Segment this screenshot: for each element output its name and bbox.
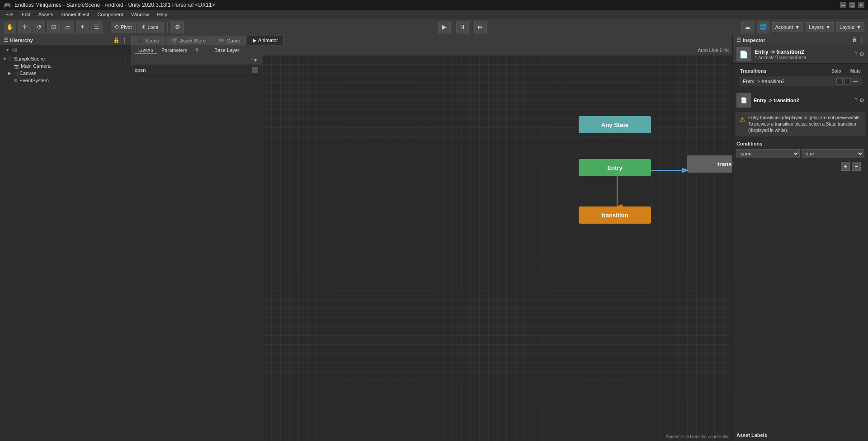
arrow-entry-transition2 xyxy=(651,164,692,177)
transition-remove[interactable]: — xyxy=(853,78,858,84)
hand-tool[interactable]: ✋ xyxy=(4,21,16,33)
eye-icon[interactable]: 👁 xyxy=(194,47,200,53)
tab-asset-store[interactable]: 🛒 Asset Store xyxy=(166,36,212,45)
step-button[interactable]: ⏭ xyxy=(474,21,487,33)
window-title: Endless Minigames - SampleScene - Androi… xyxy=(14,2,215,8)
asset-labels-section: Asset Labels xyxy=(733,429,868,441)
window-controls: — ☐ ✕ xyxy=(840,2,864,8)
node-transition[interactable]: transition xyxy=(579,206,651,224)
animator-toolbar: Layers Parameters 👁 Base Layer Auto Live… xyxy=(131,45,732,55)
entry-help-icon[interactable]: ? xyxy=(854,51,858,57)
menu-assets[interactable]: Assets xyxy=(35,11,57,18)
param-header: +▼ xyxy=(131,55,262,65)
menu-help[interactable]: Help xyxy=(153,11,171,18)
hierarchy-eventsystem[interactable]: ⚙ EventSystem xyxy=(0,77,131,84)
node-entry[interactable]: Entry xyxy=(579,159,651,176)
hierarchy-search: +▼ xyxy=(0,45,131,55)
collab-button[interactable]: ☁ xyxy=(741,21,754,33)
entry-file-icon: 📄 xyxy=(736,47,751,61)
condition-value-dropdown[interactable]: true false xyxy=(802,149,865,158)
warning-box: ⚠ Entry transitions (displayed in grey) … xyxy=(736,112,865,136)
inspector-header: ☰ Inspector 🔓 ⋮ xyxy=(733,35,868,45)
menu-edit[interactable]: Edit xyxy=(18,11,34,18)
entry-gear-icon[interactable]: ⚙ xyxy=(859,51,864,57)
node-anystate[interactable]: Any State xyxy=(579,116,651,133)
close-button[interactable]: ✕ xyxy=(858,2,864,8)
minimize-button[interactable]: — xyxy=(840,2,846,8)
hierarchy-panel: ☰ Hierarchy 🔓 ⋮ +▼ ▼ ⬚ SampleScene ⋮ 📷 M… xyxy=(0,35,131,441)
param-open[interactable]: open xyxy=(131,65,262,75)
local-button[interactable]: ⊕ Local xyxy=(137,22,163,33)
tabs-row: ⬛ Scene 🛒 Asset Store 🎮 Game ▶ Animator xyxy=(131,35,732,45)
filepath: Animations/Transition.controller xyxy=(665,434,729,439)
condition-add-button[interactable]: + xyxy=(841,162,850,171)
middle-area: ⬛ Scene 🛒 Asset Store 🎮 Game ▶ Animator … xyxy=(131,35,732,441)
transition-solo-box[interactable] xyxy=(836,78,843,84)
node-transition2[interactable]: transition2 xyxy=(687,155,732,173)
account-dropdown[interactable]: Account ▼ xyxy=(772,22,803,32)
help-icon[interactable]: ? xyxy=(854,97,858,103)
menu-file[interactable]: File xyxy=(2,11,17,18)
transition-item-row[interactable]: Entry -> transition2 — xyxy=(739,76,862,86)
hierarchy-main-camera[interactable]: 📷 Main Camera xyxy=(0,62,131,70)
inspector-panel: ☰ Inspector 🔓 ⋮ 📄 Entry -> transition2 1… xyxy=(732,35,868,441)
separator1 xyxy=(107,22,107,33)
animator-tab-params[interactable]: Parameters xyxy=(158,47,191,54)
rotate-tool[interactable]: ↺ xyxy=(33,21,45,33)
hierarchy-canvas[interactable]: ▶ ⬚ Canvas xyxy=(0,70,131,77)
titlebar: 🎮 Endless Minigames - SampleScene - Andr… xyxy=(0,0,868,10)
conditions-section: Conditions open true false + − xyxy=(733,138,868,175)
inspector-entry-header: 📄 Entry -> transition2 1 AnimatorTransit… xyxy=(733,45,868,64)
maximize-button[interactable]: ☐ xyxy=(849,2,855,8)
hierarchy-search-input[interactable] xyxy=(12,47,128,53)
auto-live-link[interactable]: Auto Live Link xyxy=(698,47,729,53)
move-tool[interactable]: ✛ xyxy=(18,21,31,33)
animator-tab-layers[interactable]: Layers xyxy=(135,46,157,54)
scene-options[interactable]: ⋮ xyxy=(123,56,128,61)
animator-canvas[interactable]: Any State Entry transition2 transition xyxy=(262,55,732,441)
toolbar: ✋ ✛ ↺ ⊡ ▭ ✦ ☰ ⊙ Pivot ⊕ Local ⚙ ▶ ⏸ ⏭ ☁ … xyxy=(0,19,868,35)
hierarchy-sample-scene[interactable]: ▼ ⬚ SampleScene ⋮ xyxy=(0,55,131,62)
options-icon[interactable]: ⋮ xyxy=(122,37,127,43)
play-button[interactable]: ▶ xyxy=(438,21,451,33)
base-layer-label: Base Layer xyxy=(214,47,240,53)
inspector-lock-icon[interactable]: 🔓 xyxy=(852,37,857,43)
condition-param-dropdown[interactable]: open xyxy=(736,149,800,158)
menu-component[interactable]: Component xyxy=(94,11,127,18)
condition-remove-button[interactable]: − xyxy=(852,162,861,171)
transition-mute-box[interactable] xyxy=(844,78,851,84)
inspector-options[interactable]: ⋮ xyxy=(859,37,864,43)
custom-tool[interactable]: ☰ xyxy=(90,21,103,33)
separator2 xyxy=(167,22,168,33)
scale-tool[interactable]: ⊡ xyxy=(47,21,60,33)
menu-gameobject[interactable]: GameObject xyxy=(58,11,93,18)
pause-button[interactable]: ⏸ xyxy=(456,21,469,33)
cloud-button[interactable]: 🌐 xyxy=(757,21,769,33)
hierarchy-header: ☰ Hierarchy 🔓 ⋮ xyxy=(0,35,131,45)
tab-scene[interactable]: ⬛ Scene xyxy=(131,36,165,45)
toolbar-right: ☁ 🌐 Account ▼ Layers ▼ Layout ▼ xyxy=(741,21,864,33)
gear-icon2[interactable]: ⚙ xyxy=(859,97,864,103)
layout-dropdown[interactable]: Layout ▼ xyxy=(836,22,864,32)
asset-labels-title: Asset Labels xyxy=(736,432,767,438)
menu-window[interactable]: Window xyxy=(127,11,152,18)
solo-mute-labels: Solo Mute xyxy=(831,69,861,74)
inspector-header-icons: 🔓 ⋮ xyxy=(852,37,864,43)
tab-animator[interactable]: ▶ Animator xyxy=(247,36,284,45)
param-checkbox-open[interactable] xyxy=(252,67,258,73)
warning-icon: ⚠ xyxy=(739,115,745,125)
main-area: ☰ Hierarchy 🔓 ⋮ +▼ ▼ ⬚ SampleScene ⋮ 📷 M… xyxy=(0,35,868,441)
param-add-button[interactable]: +▼ xyxy=(250,57,258,63)
transition-detail-section: 📄 Entry -> transition2 ? ⚙ xyxy=(733,90,868,110)
rect-tool[interactable]: ▭ xyxy=(61,21,74,33)
tab-game[interactable]: 🎮 Game xyxy=(212,36,246,45)
transitions-header: Transitions Solo Mute xyxy=(736,66,864,75)
menubar: File Edit Assets GameObject Component Wi… xyxy=(0,10,868,19)
pivot-button[interactable]: ⊙ Pivot xyxy=(111,22,136,33)
transform-tool[interactable]: ✦ xyxy=(76,21,89,33)
entry-title: Entry -> transition2 xyxy=(755,49,806,55)
extra-tool[interactable]: ⚙ xyxy=(171,21,184,33)
hierarchy-header-icons: 🔓 ⋮ xyxy=(113,37,127,43)
layers-dropdown[interactable]: Layers ▼ xyxy=(806,22,834,32)
lock-icon[interactable]: 🔓 xyxy=(113,37,120,43)
